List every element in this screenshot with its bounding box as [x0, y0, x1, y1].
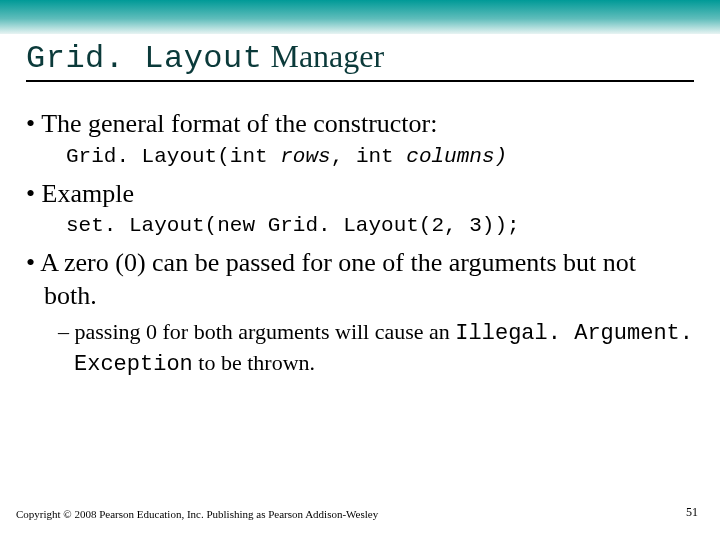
bullet-constructor-format: The general format of the constructor: — [26, 108, 694, 141]
title-serif: Manager — [262, 38, 384, 74]
header-gradient — [0, 0, 720, 34]
slide-title: Grid. Layout Manager — [26, 38, 384, 77]
bullet-zero-arg: A zero (0) can be passed for one of the … — [26, 247, 694, 312]
title-underline — [26, 80, 694, 82]
bullet-example: Example — [26, 178, 694, 211]
code-constructor-signature: Grid. Layout(int rows, int columns) — [66, 145, 694, 168]
code-part: , int — [331, 145, 407, 168]
slide-body: The general format of the constructor: G… — [26, 108, 694, 385]
copyright-text: Copyright © 2008 Pearson Education, Inc.… — [16, 508, 378, 520]
title-mono: Grid. Layout — [26, 40, 262, 77]
sub-text-a: passing 0 for both arguments will cause … — [75, 319, 456, 344]
subbullet-exception: passing 0 for both arguments will cause … — [58, 318, 694, 379]
sub-text-c: to be thrown. — [193, 350, 315, 375]
code-example-call: set. Layout(new Grid. Layout(2, 3)); — [66, 214, 694, 237]
code-italic-columns: columns) — [406, 145, 507, 168]
code-part: Grid. Layout(int — [66, 145, 280, 168]
page-number: 51 — [686, 505, 698, 520]
code-italic-rows: rows — [280, 145, 330, 168]
